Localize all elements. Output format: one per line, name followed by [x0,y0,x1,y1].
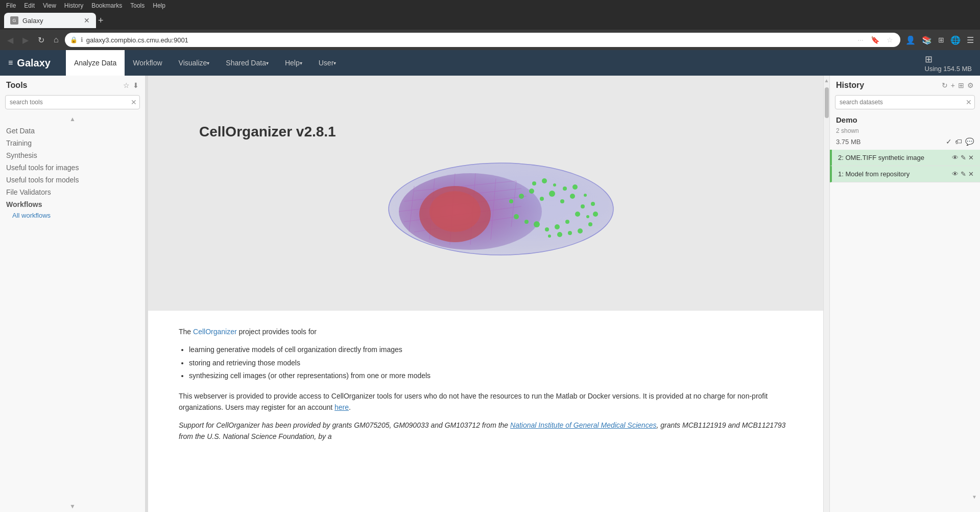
category-training[interactable]: Training [6,137,139,149]
category-file-validators[interactable]: File Validators [6,186,139,198]
menu-tools[interactable]: Tools [126,1,149,10]
close-tab-icon[interactable]: ✕ [84,16,90,25]
tools-sidebar: Tools ☆ ⬇ ✕ ▲ Get Data Training Synthesi… [0,76,146,512]
nav-shared-data[interactable]: Shared Data [218,50,277,76]
menu-help[interactable]: Help [149,1,170,10]
cell-organizer-image [353,150,618,263]
menu-view[interactable]: View [39,1,60,10]
main-scrollbar[interactable]: ▲ ▼ [823,76,829,512]
nav-visualize[interactable]: Visualize [171,50,218,76]
subcategory-all-workflows[interactable]: All workflows [6,211,139,220]
history-add-button[interactable]: + [951,81,955,89]
svg-point-2 [529,189,534,194]
search-clear-button[interactable]: ✕ [131,98,137,106]
star-icon[interactable]: ☆ [885,34,895,46]
svg-point-21 [563,187,567,191]
galaxy-nav: Analyze Data Workflow Visualize Shared D… [66,50,925,76]
svg-point-10 [565,220,569,224]
category-synthesis[interactable]: Synthesis [6,149,139,161]
svg-point-25 [593,212,598,217]
new-tab-button[interactable]: + [98,15,104,26]
sidebar-scroll: Get Data Training Synthesis Useful tools… [0,125,145,501]
nav-workflow[interactable]: Workflow [125,50,170,76]
category-get-data[interactable]: Get Data [6,125,139,137]
forward-button[interactable]: ▶ [19,33,32,47]
history-settings-button[interactable]: ⚙ [967,81,974,89]
history-item-2-edit[interactable]: ✎ [961,154,966,161]
svg-point-12 [545,227,549,231]
bookmark-icon[interactable]: 🔖 [869,34,881,46]
menu-file[interactable]: File [2,1,20,10]
history-shown: 2 shown [830,126,980,135]
bullet-item-3: synthesizing cell images (or other repre… [189,369,793,382]
svg-point-9 [586,215,589,218]
galaxy-logo[interactable]: ≡ Galaxy [8,57,51,69]
reading-list-icon[interactable]: 📚 [920,33,934,47]
menu-icon[interactable]: ☰ [965,33,976,47]
history-item-2-view[interactable]: 👁 [952,154,959,161]
address-bar[interactable]: 🔒 ℹ galaxy3.compbio.cs.cmu.edu:9001 ··· … [65,33,900,47]
search-box: ✕ [5,95,140,109]
overflow-icon[interactable]: ··· [855,34,866,46]
menu-edit[interactable]: Edit [20,1,39,10]
history-search-clear[interactable]: ✕ [966,98,972,106]
cellorganizer-link[interactable]: CellOrganizer [193,328,237,336]
svg-point-22 [572,184,578,190]
svg-point-29 [557,232,562,237]
svg-point-8 [575,212,580,217]
history-item-1[interactable]: 1: Model from repository 👁 ✎ ✕ [830,166,980,182]
history-search-box: ✕ [835,95,975,109]
sidebar-download-button[interactable]: ⬇ [133,81,139,89]
nav-analyze-data[interactable]: Analyze Data [66,50,125,76]
nigms-link[interactable]: National Institute of General Medical Sc… [510,421,656,429]
usage-text: Using 154.5 MB [925,65,972,73]
svg-point-5 [560,199,564,203]
grid-icon[interactable]: ⊞ [925,54,933,64]
tab-title: Galaxy [22,17,80,25]
sidebar-star-button[interactable]: ☆ [123,81,130,89]
category-useful-tools-models[interactable]: Useful tools for models [6,174,139,186]
svg-point-3 [540,197,544,201]
history-title: History [836,81,864,90]
svg-point-11 [555,224,560,229]
here-link[interactable]: here [334,403,349,411]
reload-button[interactable]: ↻ [35,33,47,47]
history-check-button[interactable]: ✓ [946,137,952,146]
category-workflows[interactable]: Workflows [6,198,139,211]
sync-icon[interactable]: 👤 [903,33,918,47]
history-tag-button[interactable]: 🏷 [955,137,962,146]
scroll-down-icon[interactable]: ▼ [69,503,76,510]
scrollbar-thumb[interactable] [825,87,829,118]
intro-text: The CellOrganizer project provides tools… [179,326,793,337]
scrollbar-up-arrow[interactable]: ▲ [822,76,829,85]
nav-user[interactable]: User [310,50,345,76]
menu-history[interactable]: History [60,1,87,10]
browser-tab[interactable]: G Galaxy ✕ [4,13,96,28]
history-refresh-button[interactable]: ↻ [942,81,948,89]
history-search-input[interactable] [835,95,975,109]
split-view-icon[interactable]: ⊞ [936,34,946,46]
history-item-2-delete[interactable]: ✕ [968,154,974,161]
svg-point-6 [570,194,575,199]
svg-point-27 [578,228,583,234]
extensions-icon[interactable]: 🌐 [948,33,963,47]
home-button[interactable]: ⌂ [51,33,62,46]
search-input[interactable] [5,95,140,109]
history-size-actions: ✓ 🏷 💬 [946,137,974,146]
hero-section: CellOrganizer v2.8.1 [148,76,823,311]
category-useful-tools-images[interactable]: Useful tools for images [6,161,139,174]
history-item-1-edit[interactable]: ✎ [961,170,966,178]
scroll-up-icon[interactable]: ▲ [69,115,76,123]
menu-bookmarks[interactable]: Bookmarks [87,1,126,10]
svg-point-4 [549,191,555,197]
back-button[interactable]: ◀ [4,33,16,47]
history-panel: History ↻ + ⊞ ⚙ ✕ Demo 2 shown 3.75 MB ✓… [829,76,980,512]
history-comment-button[interactable]: 💬 [965,137,974,146]
nav-help[interactable]: Help [277,50,310,76]
history-columns-button[interactable]: ⊞ [958,81,964,89]
lock-icon: 🔒 [70,36,78,43]
svg-point-19 [542,178,547,183]
history-item-1-view[interactable]: 👁 [952,170,959,178]
history-item-2[interactable]: 2: OME.TIFF synthetic image 👁 ✎ ✕ [830,150,980,166]
history-item-1-delete[interactable]: ✕ [968,170,974,178]
